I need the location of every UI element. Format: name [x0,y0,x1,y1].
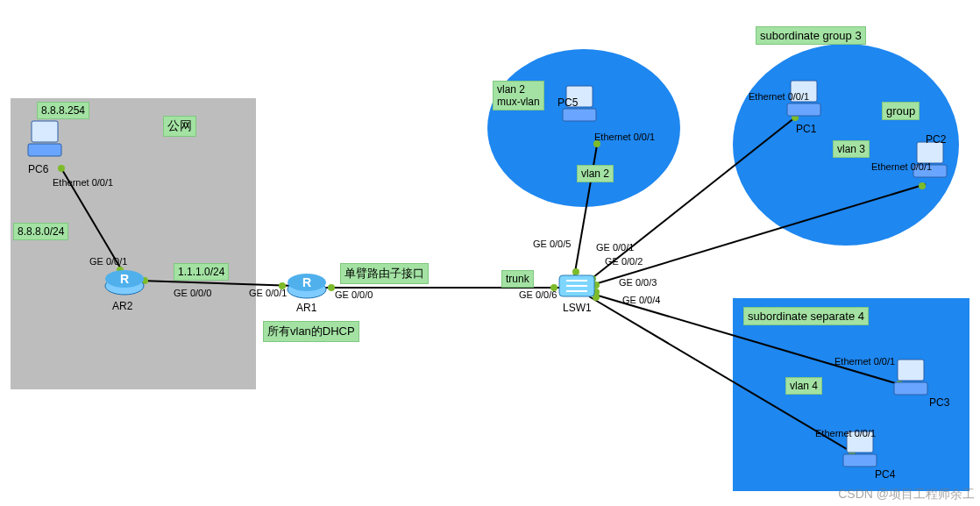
lsw1-g4: GE 0/0/4 [622,295,660,305]
svg-point-39 [288,281,326,298]
pc6-name: PC6 [28,163,48,175]
lsw1-g1: GE 0/0/1 [596,242,634,253]
lsw1-icon [557,270,596,302]
pc3-name: PC3 [929,396,949,409]
svg-point-22 [593,294,600,301]
pc6-ip-label: 8.8.8.254 [37,102,89,119]
group3-sublabel: group [882,102,920,120]
svg-point-40 [288,274,326,291]
svg-point-18 [593,282,600,289]
separate4-label: subordinate separate 4 [743,307,869,325]
watermark: CSDN @项目工程师余工 [838,487,975,502]
pc1-name: PC1 [796,123,816,135]
public-net-label: 公网 [163,116,196,137]
pc5-name: PC5 [557,96,578,109]
lsw1-g5: GE 0/0/5 [533,239,571,249]
pc6-ar2-subnet-label: 8.8.8.0/24 [13,223,68,240]
pc2-port: Ethernet 0/0/1 [871,161,932,172]
vlan2-zone [487,49,680,207]
lsw1-g2: GE 0/0/2 [605,256,643,267]
svg-point-16 [589,275,596,282]
vlan2-label: vlan 2 mux-vlan [493,81,544,110]
svg-point-12 [328,284,335,291]
pc2-name: PC2 [926,133,946,146]
trunk-label: trunk [501,270,534,288]
ar2-port2: GE 0/0/0 [174,288,211,298]
separate4-zone [733,298,969,491]
ar1-note-label: 单臂路由子接口 [340,263,429,284]
svg-text:R: R [302,275,311,289]
vlan2-sub-label: vlan 2 [577,165,614,182]
ar1-port1: GE 0/0/1 [249,288,287,298]
vlan3-label: vlan 3 [833,140,870,158]
lsw1-g6: GE 0/0/6 [519,289,557,300]
group3-label: subordinate group 3 [756,26,866,45]
public-net-zone [11,98,256,389]
lsw1-g3: GE 0/0/3 [619,277,657,288]
pc4-port: Ethernet 0/0/1 [815,428,876,438]
svg-point-20 [593,289,600,296]
vlan4-label: vlan 4 [785,377,822,395]
ar1-name: AR1 [296,302,316,314]
lsw1-name: LSW1 [563,302,592,314]
pc5-port: Ethernet 0/0/1 [594,132,655,142]
ar2-name: AR2 [112,300,132,312]
ar1-port2: GE 0/0/0 [335,289,373,300]
pc4-name: PC4 [875,468,895,481]
pc6-port: Ethernet 0/0/1 [53,177,113,188]
pc3-port: Ethernet 0/0/1 [834,356,895,367]
svg-point-14 [572,268,579,275]
pc1-port: Ethernet 0/0/1 [749,91,809,102]
svg-rect-42 [559,275,594,296]
ar1-dhcp-label: 所有vlan的DHCP [263,321,359,342]
ar1-icon: R [286,267,328,300]
ar2-port1: GE 0/0/1 [89,256,127,267]
ar2-ar1-subnet-label: 1.1.1.0/24 [174,263,229,281]
